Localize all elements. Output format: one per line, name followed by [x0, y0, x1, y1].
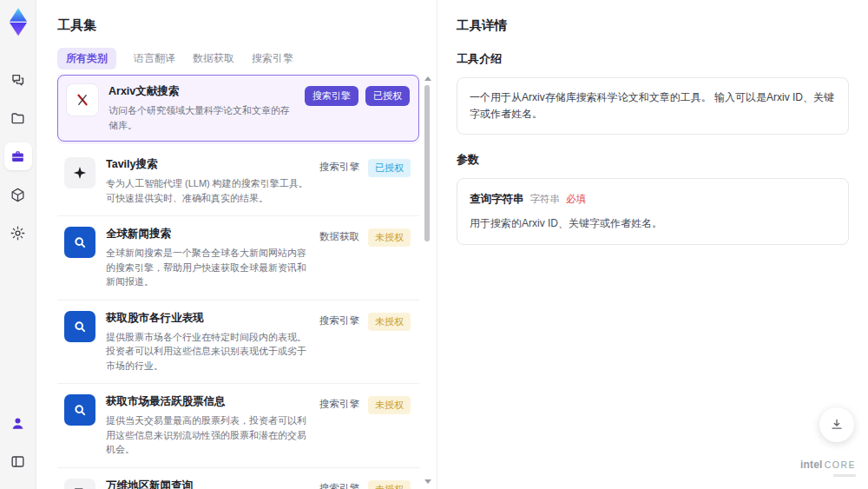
tool-tags: 搜索引擎 已授权 — [305, 84, 410, 106]
tool-tags: 搜索引擎 未授权 — [319, 394, 411, 414]
sidebar-rail — [0, 0, 36, 489]
status-badge: 未授权 — [368, 228, 411, 247]
arxiv-logo-icon — [67, 84, 98, 116]
download-button[interactable] — [819, 407, 854, 442]
category-tag: 搜索引擎 — [319, 480, 359, 489]
param-name: 查询字符串 — [470, 190, 524, 208]
settings-gear-icon[interactable] — [4, 219, 32, 247]
download-icon — [829, 417, 845, 433]
tool-tags: 搜索引擎 未授权 — [319, 479, 411, 489]
status-badge: 未授权 — [368, 313, 411, 331]
tool-name: Arxiv文献搜索 — [108, 84, 296, 99]
newspaper-icon — [64, 479, 95, 489]
category-tag: 搜索引擎 — [305, 86, 358, 106]
tool-main: 全球新闻搜索 全球新闻搜索是一个聚合全球各大新闻网站内容的搜索引擎，帮助用户快速… — [106, 227, 319, 289]
status-badge: 未授权 — [368, 480, 411, 489]
tool-main: 万维地区新闻查询 查询具体行政区划内的新闻，快速了解各地新闻动 — [106, 479, 319, 489]
folder-icon[interactable] — [4, 104, 32, 132]
tool-main: 获取市场最活跃股票信息 提供当天交易量最高的股票列表，投资者可以利用这些信息来识… — [106, 394, 319, 457]
category-tabs: 所有类别 语言翻译 数据获取 搜索引擎 — [57, 48, 437, 69]
tool-name: 获取股市各行业表现 — [106, 311, 311, 326]
panel-toggle-icon[interactable] — [4, 447, 32, 475]
tool-details-panel: 工具详情 工具介绍 一个用于从Arxiv存储库搜索科学论文和文章的工具。 输入可… — [437, 0, 868, 489]
page-title: 工具集 — [36, 0, 437, 34]
tool-description: 专为人工智能代理 (LLM) 构建的搜索引擎工具。可快速提供实时、准确和真实的结… — [106, 176, 311, 205]
stock-search-logo-icon — [64, 311, 95, 342]
details-title: 工具详情 — [457, 17, 849, 34]
scrollbar-thumb[interactable] — [424, 85, 430, 241]
tool-list: Arxiv文献搜索 访问各个研究领域大量科学论文和文章的存储库。 搜索引擎 已授… — [57, 75, 419, 489]
params-heading: 参数 — [457, 152, 849, 168]
tool-main: 获取股市各行业表现 提供股票市场各个行业在特定时间段内的表现。投资者可以利用这些… — [106, 311, 319, 373]
tool-name: Tavily搜索 — [106, 157, 311, 172]
category-tag: 搜索引擎 — [319, 159, 359, 174]
category-tag: 搜索引擎 — [319, 396, 359, 411]
tool-item-global-news[interactable]: 全球新闻搜索 全球新闻搜索是一个聚合全球各大新闻网站内容的搜索引擎，帮助用户快速… — [57, 216, 419, 301]
tool-item-arxiv[interactable]: Arxiv文献搜索 访问各个研究领域大量科学论文和文章的存储库。 搜索引擎 已授… — [57, 75, 419, 142]
param-card: 查询字符串 字符串 必填 用于搜索的Arxiv ID、关键字或作者姓名。 — [457, 178, 849, 244]
brand-underline — [833, 474, 856, 477]
intro-heading: 工具介绍 — [457, 51, 849, 67]
status-badge: 已授权 — [365, 86, 410, 106]
user-avatar-icon[interactable] — [4, 409, 32, 437]
tool-description: 全球新闻搜索是一个聚合全球各大新闻网站内容的搜索引擎，帮助用户快速获取全球最新资… — [106, 246, 311, 289]
tool-description: 提供股票市场各个行业在特定时间段内的表现。投资者可以利用这些信息来识别表现优于或… — [106, 330, 311, 373]
tool-main: Arxiv文献搜索 访问各个研究领域大量科学论文和文章的存储库。 — [108, 84, 305, 132]
tab-language-translation[interactable]: 语言翻译 — [134, 48, 175, 69]
tool-list-panel: 工具集 所有类别 语言翻译 数据获取 搜索引擎 Arxiv文献搜索 访问各个研究… — [36, 0, 437, 489]
tool-description: 访问各个研究领域大量科学论文和文章的存储库。 — [108, 103, 296, 132]
tool-tags: 搜索引擎 已授权 — [319, 157, 411, 177]
tab-data-fetch[interactable]: 数据获取 — [193, 48, 234, 69]
tool-item-tavily[interactable]: Tavily搜索 专为人工智能代理 (LLM) 构建的搜索引擎工具。可快速提供实… — [57, 147, 419, 216]
param-type: 字符串 — [530, 191, 561, 207]
tool-tags: 数据获取 未授权 — [319, 227, 411, 247]
sidebar-item-tools[interactable] — [4, 142, 32, 170]
scrollbar-up-arrow[interactable] — [424, 76, 431, 81]
tab-all-categories[interactable]: 所有类别 — [57, 48, 116, 69]
status-badge: 未授权 — [368, 396, 411, 414]
tool-tags: 搜索引擎 未授权 — [319, 311, 411, 331]
brand-core: CORE — [825, 459, 856, 470]
app-logo-icon[interactable] — [4, 7, 32, 36]
tavily-star-icon — [64, 157, 95, 188]
category-tag: 搜索引擎 — [319, 313, 359, 327]
tool-name: 获取市场最活跃股票信息 — [106, 394, 311, 409]
stock-search-logo-icon — [64, 394, 95, 426]
tool-main: Tavily搜索 专为人工智能代理 (LLM) 构建的搜索引擎工具。可快速提供实… — [106, 157, 319, 205]
tool-name: 万维地区新闻查询 — [106, 479, 311, 489]
param-head: 查询字符串 字符串 必填 — [470, 190, 836, 208]
tool-description: 提供当天交易量最高的股票列表，投资者可以利用这些信息来识别流动性强的股票和潜在的… — [106, 413, 311, 457]
tool-name: 全球新闻搜索 — [106, 227, 311, 241]
tool-item-regional-news[interactable]: 万维地区新闻查询 查询具体行政区划内的新闻，快速了解各地新闻动 搜索引擎 未授权 — [57, 468, 419, 489]
param-description: 用于搜索的Arxiv ID、关键字或作者姓名。 — [470, 215, 836, 232]
tab-search-engine[interactable]: 搜索引擎 — [252, 48, 293, 69]
list-scrollbar[interactable] — [423, 75, 431, 486]
scrollbar-down-arrow[interactable] — [424, 479, 431, 484]
intel-core-logo: intelCORE — [800, 456, 856, 477]
category-tag: 数据获取 — [319, 228, 359, 243]
status-badge: 已授权 — [368, 159, 411, 177]
tool-item-active-stocks[interactable]: 获取市场最活跃股票信息 提供当天交易量最高的股票列表，投资者可以利用这些信息来识… — [57, 384, 419, 468]
package-icon[interactable] — [4, 181, 32, 208]
tool-item-stock-sectors[interactable]: 获取股市各行业表现 提供股票市场各个行业在特定时间段内的表现。投资者可以利用这些… — [57, 301, 419, 385]
param-required-label: 必填 — [566, 191, 586, 207]
brand-intel: intel — [800, 459, 823, 471]
chat-icon[interactable] — [4, 66, 32, 94]
intro-text-box: 一个用于从Arxiv存储库搜索科学论文和文章的工具。 输入可以是Arxiv ID… — [457, 77, 849, 135]
news-search-logo-icon — [64, 227, 95, 258]
